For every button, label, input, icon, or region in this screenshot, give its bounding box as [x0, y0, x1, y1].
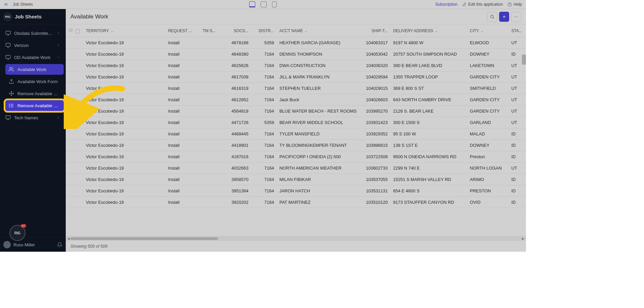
chevron-right-icon — [56, 116, 60, 120]
table-row[interactable]: Victor Escobedo-19Install46483807164DENN… — [66, 49, 526, 60]
upload-icon — [9, 79, 14, 84]
nav-label: Available Work — [17, 67, 60, 72]
table-row[interactable]: Victor Escobedo-19Install40326637164NORT… — [66, 163, 526, 174]
scroll-thumb[interactable] — [70, 237, 218, 240]
horizontal-scrollbar[interactable]: ◀ ▶ — [66, 236, 526, 240]
device-mobile-icon[interactable] — [272, 1, 277, 7]
nav-item-6[interactable]: Remove Available W... — [5, 100, 64, 111]
chevron-right-icon — [56, 31, 60, 35]
svg-point-19 — [9, 105, 9, 106]
chevron-down-icon — [56, 55, 60, 59]
table-row[interactable]: Victor Escobedo-19Install44189017164TY B… — [66, 140, 526, 151]
nav-label: Verizon — [14, 43, 53, 48]
nav-label: OD Available Work — [14, 55, 53, 60]
nav-item-4[interactable]: Available Work Form — [5, 76, 64, 87]
svg-point-24 — [490, 15, 493, 18]
breadcrumb-title: Job Sheets — [13, 2, 33, 7]
more-button[interactable] — [511, 12, 521, 22]
table-row[interactable]: Victor Escobedo-19Install44684457164TYLE… — [66, 128, 526, 140]
list-icon — [9, 103, 14, 108]
monitor-icon — [5, 115, 11, 120]
user-avatar[interactable] — [3, 241, 11, 248]
svg-point-11 — [10, 67, 11, 69]
col-city[interactable]: CITY⌄ — [467, 24, 509, 37]
nav-item-0[interactable]: Otodata Submitted ... — [2, 28, 64, 39]
nav-label: Remove Available W... — [17, 103, 60, 108]
svg-rect-2 — [6, 31, 10, 34]
scroll-right-icon[interactable]: ▶ — [521, 237, 525, 241]
edit-app-button[interactable]: Edit this application — [462, 2, 503, 7]
org-avatar-badge[interactable]: RIG — [9, 225, 25, 241]
back-button[interactable] — [3, 1, 9, 8]
svg-point-29 — [516, 16, 517, 17]
breadcrumb-bar: Job Sheets Subscription Edit this applic… — [0, 0, 526, 9]
help-label: Help — [514, 2, 522, 7]
svg-point-18 — [9, 104, 9, 104]
svg-rect-21 — [6, 116, 10, 119]
subscription-link[interactable]: Subscription — [435, 2, 458, 7]
eye-icon — [68, 28, 73, 33]
users-icon — [9, 67, 14, 72]
page-title: Available Work — [70, 13, 108, 20]
nav-item-3[interactable]: Available Work — [5, 64, 64, 75]
svg-line-25 — [493, 17, 494, 18]
bell-icon[interactable] — [57, 242, 62, 247]
col-ship[interactable]: SHIP-T... — [362, 24, 390, 37]
nav-item-7[interactable]: Tech Names — [2, 112, 64, 123]
svg-point-31 — [70, 29, 71, 31]
col-request[interactable]: REQUEST ... — [165, 24, 200, 37]
monitor-icon — [5, 55, 11, 60]
table-row[interactable]: Victor Escobedo-19Install39513847164JARO… — [66, 185, 526, 197]
table-footer: Showing 509 of 509 — [66, 240, 526, 252]
edit-app-label: Edit this application — [468, 2, 503, 7]
sidebar: RIG Job Sheets Otodata Submitted ...Veri… — [0, 9, 66, 252]
data-table: TERRITORY⌄ REQUEST ... TM S... SOCS... D… — [66, 24, 526, 208]
user-name: Russ Miller — [13, 242, 35, 247]
svg-point-20 — [9, 107, 9, 107]
col-territory[interactable]: TERRITORY⌄ — [83, 24, 165, 37]
move-icon — [9, 91, 14, 96]
svg-rect-8 — [6, 55, 10, 58]
monitor-icon — [5, 43, 11, 48]
svg-point-28 — [515, 16, 515, 17]
col-addr[interactable]: DELIVERY ADDRESS⌄ — [390, 24, 467, 37]
table-row[interactable]: Victor Escobedo-19Install46128527164Jack… — [66, 94, 526, 106]
table-row[interactable]: Victor Escobedo-19Install41870167164PACI… — [66, 151, 526, 163]
col-distr[interactable]: DISTR... — [251, 24, 277, 37]
device-tablet-icon[interactable] — [261, 1, 267, 7]
col-tms[interactable]: TM S... — [200, 24, 225, 37]
select-all-header[interactable] — [66, 24, 83, 37]
table-row[interactable]: Victor Escobedo-19Install46256267164DWA … — [66, 60, 526, 71]
table-row[interactable]: Victor Escobedo-19Install44717265359BEAR… — [66, 117, 526, 128]
col-socs[interactable]: SOCS... — [225, 24, 251, 37]
help-button[interactable]: Help — [507, 2, 522, 7]
table-row[interactable]: Victor Escobedo-19Install46170397164JILL… — [66, 71, 526, 83]
col-acct[interactable]: ACCT NAME⌄ — [277, 24, 363, 37]
nav-label: Tech Names — [14, 115, 53, 120]
nav-item-1[interactable]: Verizon — [2, 40, 64, 51]
svg-point-30 — [517, 16, 518, 17]
table-row[interactable]: Victor Escobedo-19Install45649197164BLUE… — [66, 106, 526, 117]
device-desktop-icon[interactable] — [249, 1, 255, 7]
col-sta[interactable]: STA... — [508, 24, 526, 37]
svg-point-1 — [510, 5, 510, 5]
nav-item-5[interactable]: Remove Available W... — [5, 88, 64, 99]
add-button[interactable] — [499, 12, 509, 22]
table-row[interactable]: Victor Escobedo-19Install46163197164STEP… — [66, 83, 526, 94]
app-title: Job Sheets — [15, 14, 42, 19]
table-row[interactable]: Victor Escobedo-19Install39585707164MILA… — [66, 174, 526, 185]
svg-rect-5 — [6, 43, 10, 46]
table-row[interactable]: Victor Escobedo-19Install46781665359HEAT… — [66, 37, 526, 49]
nav-label: Remove Available W... — [17, 91, 60, 96]
nav-item-2[interactable]: OD Available Work — [2, 52, 64, 63]
nav-label: Otodata Submitted ... — [14, 31, 53, 36]
nav-label: Available Work Form — [17, 79, 60, 84]
search-button[interactable] — [487, 12, 497, 22]
table-row[interactable]: Victor Escobedo-19Install39202027164PAT … — [66, 197, 526, 208]
nav: Otodata Submitted ...VerizonOD Available… — [0, 24, 66, 237]
vertical-scrollbar[interactable] — [522, 55, 526, 65]
chevron-right-icon — [56, 43, 60, 47]
app-logo: RIG — [3, 12, 12, 21]
monitor-icon — [5, 30, 11, 36]
footer-text: Showing 509 of 509 — [70, 244, 108, 249]
